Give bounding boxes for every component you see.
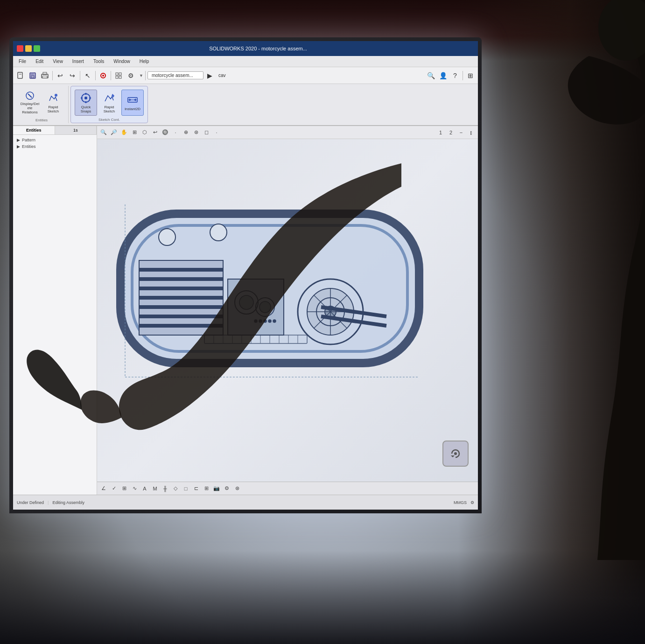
menu-tools[interactable]: Tools [91, 58, 106, 65]
ribbon-btn-quick-snaps[interactable]: QuickSnaps [75, 90, 97, 116]
menu-view[interactable]: View [51, 58, 65, 65]
monitor: SOLIDWORKS 2020 - motorcycle assem... Fi… [9, 37, 482, 513]
sketch-btn-lines[interactable]: ╫ [161, 484, 170, 493]
sketch-btn-snap2[interactable]: ⊛ [232, 484, 242, 493]
svg-rect-12 [116, 76, 118, 78]
sketch-btn-diamond[interactable]: ◇ [171, 484, 180, 493]
entities-expand-icon: ▶ [17, 144, 20, 149]
svg-point-46 [268, 320, 271, 322]
undo-button[interactable]: ↩ [55, 70, 66, 81]
view-btn-hex[interactable]: ⬡ [140, 128, 149, 137]
view-btn-fit[interactable]: ⊞ [130, 128, 139, 137]
user-button[interactable]: 👤 [437, 70, 449, 81]
svg-rect-3 [31, 73, 34, 75]
status-settings[interactable]: ⚙ [470, 500, 474, 505]
sketch-btn-grid2[interactable]: ⊞ [119, 484, 129, 493]
snap-icon[interactable] [98, 70, 109, 81]
sketch-btn-stack[interactable]: ⊞ [202, 484, 211, 493]
instant2d-label: Instant2D [125, 107, 140, 112]
settings-button[interactable]: ⚙ [125, 70, 136, 81]
sketch-toolbar: ∠ ✓ ⊞ ∿ A M ╫ ◇ □ ⊏ ⊞ 📷 ⚙ ⊛ [97, 482, 478, 495]
svg-point-18 [84, 97, 87, 99]
menu-edit[interactable]: Edit [34, 58, 45, 65]
sketch-btn-square[interactable]: □ [181, 484, 190, 493]
status-editing: Editing Assembly [52, 500, 84, 505]
forward-button[interactable]: ▶ [204, 70, 216, 81]
view-btn-1[interactable]: 1 [436, 128, 445, 137]
separator-3 [95, 71, 96, 80]
svg-point-42 [259, 301, 271, 313]
redo-button[interactable]: ↪ [67, 70, 78, 81]
close-button[interactable] [17, 45, 23, 52]
left-panel: Entities 1s ▶ Pattern ▶ Entities [13, 126, 97, 495]
svg-point-74 [454, 452, 457, 455]
filename-display: motorcycle assem... [147, 71, 203, 79]
entities-label: Entities [35, 118, 48, 122]
view-btn-pan[interactable]: ✋ [119, 128, 129, 137]
ribbon-btn-instant2d[interactable]: Instant2D [121, 90, 144, 116]
pattern-expand-icon: ▶ [17, 138, 20, 142]
ribbon-group-btns-2: QuickSnaps RapidSketch [75, 87, 144, 118]
svg-rect-11 [119, 73, 121, 75]
svg-marker-26 [129, 98, 131, 101]
menu-file[interactable]: File [17, 58, 28, 65]
cad-drawing [111, 162, 438, 480]
menu-help[interactable]: Help [138, 58, 151, 65]
grid-button[interactable] [113, 70, 124, 81]
view-btn-minus[interactable]: − [456, 128, 466, 137]
left-tab-entities[interactable]: Entities [13, 126, 55, 134]
display-delete-icon [23, 90, 36, 101]
window-controls[interactable]: ⊞ [465, 70, 476, 81]
view-btn-split[interactable]: ⫿ [467, 128, 476, 137]
main-toolbar: ↩ ↪ ↖ ⚙ ▼ motorcycle assem... [13, 67, 478, 84]
svg-point-69 [159, 229, 175, 245]
sketch-btn-angle[interactable]: ∠ [99, 484, 108, 493]
view-btn-rect[interactable]: ◻ [202, 128, 211, 137]
svg-rect-13 [119, 76, 121, 78]
pattern-item[interactable]: ▶ Pattern [15, 137, 95, 143]
select-button[interactable]: ↖ [82, 70, 93, 81]
sketch-btn-link[interactable]: ⊏ [191, 484, 201, 493]
view-btn-more[interactable]: · [212, 128, 221, 137]
left-tab-1s[interactable]: 1s [55, 126, 97, 134]
sketch-btn-wave[interactable]: ∿ [130, 484, 139, 493]
view-btn-rotate[interactable]: ↩ [150, 128, 160, 137]
view-btn-dot[interactable]: · [171, 128, 180, 137]
print-button[interactable] [39, 70, 50, 81]
rotate-handle[interactable] [442, 441, 469, 467]
sketch-btn-camera[interactable]: 📷 [212, 484, 221, 493]
svg-point-70 [210, 224, 227, 241]
save-button[interactable] [27, 70, 38, 81]
entities-item[interactable]: ▶ Entities [15, 143, 95, 150]
sketch-btn-settings2[interactable]: ⚙ [222, 484, 231, 493]
view-btn-zoom-in[interactable]: 🔍 [99, 128, 108, 137]
view-btn-2[interactable]: 2 [446, 128, 456, 137]
sketch-btn-m[interactable]: M [150, 484, 160, 493]
ribbon-btn-rapid-sketch-2[interactable]: RapidSketch [98, 90, 120, 116]
view-btn-circle[interactable]: 🔘 [161, 128, 170, 137]
pattern-label: Pattern [22, 138, 35, 142]
svg-line-15 [28, 94, 32, 98]
ribbon-group-sketch: QuickSnaps RapidSketch [70, 86, 148, 123]
new-button[interactable] [15, 70, 26, 81]
view-btn-add[interactable]: ⊕ [181, 128, 190, 137]
ribbon-btn-display-delete[interactable]: Display/DeleteRelations [19, 90, 41, 116]
ribbon-btn-rapid-sketch-1[interactable]: RapidSketch [42, 90, 64, 116]
menu-window[interactable]: Window [112, 58, 132, 65]
minimize-button[interactable] [25, 45, 32, 52]
sketch-btn-check[interactable]: ✓ [109, 484, 119, 493]
menu-insert[interactable]: Insert [70, 58, 86, 65]
svg-rect-0 [18, 72, 22, 78]
dropdown-arrow: ▼ [139, 73, 143, 78]
search-button[interactable]: 🔍 [425, 70, 436, 81]
status-bar: Under Defined | Editing Assembly MMGS ⚙ [13, 495, 478, 510]
monitor-screen: SOLIDWORKS 2020 - motorcycle assem... Fi… [13, 41, 478, 510]
maximize-button[interactable] [34, 45, 40, 52]
rapid-sketch-2-icon [103, 91, 116, 105]
help-button[interactable]: ? [449, 70, 461, 81]
view-btn-snap[interactable]: ⊛ [191, 128, 201, 137]
view-btn-zoom-out[interactable]: 🔎 [109, 128, 119, 137]
sketch-btn-a[interactable]: A [140, 484, 149, 493]
cad-viewport[interactable] [97, 139, 478, 495]
separator-4 [111, 71, 111, 80]
